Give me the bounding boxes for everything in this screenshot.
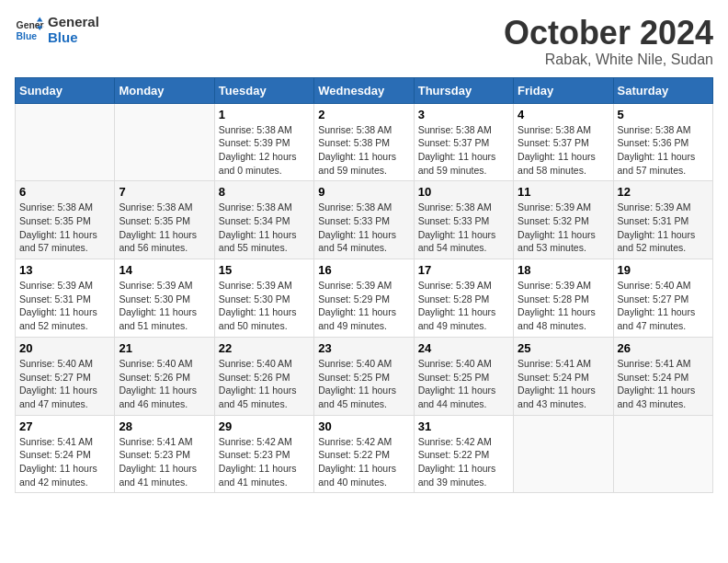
day-number: 6 — [19, 185, 110, 199]
day-info: Sunrise: 5:41 AMSunset: 5:24 PMDaylight:… — [518, 357, 609, 411]
calendar-cell: 6Sunrise: 5:38 AMSunset: 5:35 PMDaylight… — [16, 181, 115, 259]
day-number: 22 — [219, 341, 310, 355]
calendar-cell: 19Sunrise: 5:40 AMSunset: 5:27 PMDayligh… — [613, 259, 712, 338]
calendar-cell: 29Sunrise: 5:42 AMSunset: 5:23 PMDayligh… — [214, 415, 313, 493]
day-number: 17 — [418, 263, 509, 277]
day-info: Sunrise: 5:38 AMSunset: 5:34 PMDaylight:… — [219, 201, 310, 255]
day-info: Sunrise: 5:40 AMSunset: 5:26 PMDaylight:… — [119, 357, 210, 411]
day-info: Sunrise: 5:38 AMSunset: 5:37 PMDaylight:… — [418, 123, 509, 178]
week-row-3: 13Sunrise: 5:39 AMSunset: 5:31 PMDayligh… — [16, 259, 713, 338]
day-number: 3 — [418, 108, 509, 121]
calendar-cell: 27Sunrise: 5:41 AMSunset: 5:24 PMDayligh… — [16, 415, 115, 493]
calendar-cell: 8Sunrise: 5:38 AMSunset: 5:34 PMDaylight… — [214, 181, 313, 259]
calendar-cell: 7Sunrise: 5:38 AMSunset: 5:35 PMDaylight… — [115, 181, 214, 259]
header-day-saturday: Saturday — [613, 77, 712, 103]
day-info: Sunrise: 5:38 AMSunset: 5:33 PMDaylight:… — [418, 201, 509, 255]
calendar-cell: 15Sunrise: 5:39 AMSunset: 5:30 PMDayligh… — [214, 259, 313, 338]
calendar-cell: 2Sunrise: 5:38 AMSunset: 5:38 PMDaylight… — [314, 103, 414, 181]
header-day-wednesday: Wednesday — [314, 77, 414, 103]
header-day-friday: Friday — [514, 77, 613, 103]
svg-text:Blue: Blue — [17, 30, 38, 40]
day-number: 26 — [618, 341, 709, 355]
calendar-cell — [115, 103, 214, 181]
calendar-cell: 5Sunrise: 5:38 AMSunset: 5:36 PMDaylight… — [613, 103, 712, 181]
day-info: Sunrise: 5:38 AMSunset: 5:39 PMDaylight:… — [219, 123, 310, 178]
day-number: 1 — [219, 108, 310, 121]
calendar-cell: 9Sunrise: 5:38 AMSunset: 5:33 PMDaylight… — [314, 181, 414, 259]
day-number: 8 — [219, 185, 310, 199]
day-info: Sunrise: 5:41 AMSunset: 5:24 PMDaylight:… — [19, 435, 110, 489]
calendar-body: 1Sunrise: 5:38 AMSunset: 5:39 PMDaylight… — [16, 103, 713, 493]
day-info: Sunrise: 5:38 AMSunset: 5:36 PMDaylight:… — [618, 123, 709, 178]
calendar-table: SundayMondayTuesdayWednesdayThursdayFrid… — [15, 77, 713, 494]
day-info: Sunrise: 5:39 AMSunset: 5:29 PMDaylight:… — [318, 279, 409, 333]
calendar-cell: 26Sunrise: 5:41 AMSunset: 5:24 PMDayligh… — [613, 337, 712, 415]
day-info: Sunrise: 5:39 AMSunset: 5:32 PMDaylight:… — [518, 201, 609, 255]
day-info: Sunrise: 5:41 AMSunset: 5:24 PMDaylight:… — [618, 357, 709, 411]
day-info: Sunrise: 5:39 AMSunset: 5:28 PMDaylight:… — [518, 279, 609, 333]
day-number: 14 — [119, 263, 210, 277]
calendar-cell: 28Sunrise: 5:41 AMSunset: 5:23 PMDayligh… — [115, 415, 214, 493]
calendar-cell: 1Sunrise: 5:38 AMSunset: 5:39 PMDaylight… — [214, 103, 313, 181]
day-info: Sunrise: 5:38 AMSunset: 5:35 PMDaylight:… — [119, 201, 210, 255]
calendar-cell: 16Sunrise: 5:39 AMSunset: 5:29 PMDayligh… — [314, 259, 414, 338]
logo-blue: Blue — [48, 30, 99, 46]
calendar-cell: 3Sunrise: 5:38 AMSunset: 5:37 PMDaylight… — [414, 103, 513, 181]
logo: General Blue General Blue — [15, 15, 99, 45]
day-info: Sunrise: 5:42 AMSunset: 5:23 PMDaylight:… — [219, 435, 310, 489]
day-info: Sunrise: 5:42 AMSunset: 5:22 PMDaylight:… — [418, 435, 509, 489]
day-number: 30 — [318, 419, 409, 433]
day-number: 12 — [618, 185, 709, 199]
calendar-cell: 18Sunrise: 5:39 AMSunset: 5:28 PMDayligh… — [514, 259, 613, 338]
calendar-cell: 31Sunrise: 5:42 AMSunset: 5:22 PMDayligh… — [414, 415, 513, 493]
calendar-cell: 25Sunrise: 5:41 AMSunset: 5:24 PMDayligh… — [514, 337, 613, 415]
day-info: Sunrise: 5:40 AMSunset: 5:25 PMDaylight:… — [418, 357, 509, 411]
calendar-cell: 24Sunrise: 5:40 AMSunset: 5:25 PMDayligh… — [414, 337, 513, 415]
day-info: Sunrise: 5:39 AMSunset: 5:30 PMDaylight:… — [119, 279, 210, 333]
header-row: SundayMondayTuesdayWednesdayThursdayFrid… — [16, 77, 713, 103]
day-number: 7 — [119, 185, 210, 199]
day-info: Sunrise: 5:38 AMSunset: 5:33 PMDaylight:… — [318, 201, 409, 255]
header-day-sunday: Sunday — [16, 77, 115, 103]
day-number: 4 — [518, 108, 609, 121]
day-number: 24 — [418, 341, 509, 355]
day-number: 28 — [119, 419, 210, 433]
day-info: Sunrise: 5:38 AMSunset: 5:35 PMDaylight:… — [19, 201, 110, 255]
day-info: Sunrise: 5:40 AMSunset: 5:27 PMDaylight:… — [19, 357, 110, 411]
calendar-cell: 20Sunrise: 5:40 AMSunset: 5:27 PMDayligh… — [16, 337, 115, 415]
day-info: Sunrise: 5:38 AMSunset: 5:38 PMDaylight:… — [318, 123, 409, 178]
day-number: 27 — [19, 419, 110, 433]
calendar-cell: 13Sunrise: 5:39 AMSunset: 5:31 PMDayligh… — [16, 259, 115, 338]
day-number: 9 — [318, 185, 409, 199]
header: General Blue General Blue October 2024 R… — [15, 15, 713, 68]
logo-icon: General Blue — [15, 16, 44, 45]
calendar-cell: 23Sunrise: 5:40 AMSunset: 5:25 PMDayligh… — [314, 337, 414, 415]
header-day-thursday: Thursday — [414, 77, 513, 103]
day-number: 29 — [219, 419, 310, 433]
week-row-1: 1Sunrise: 5:38 AMSunset: 5:39 PMDaylight… — [16, 103, 713, 181]
day-info: Sunrise: 5:40 AMSunset: 5:26 PMDaylight:… — [219, 357, 310, 411]
day-info: Sunrise: 5:39 AMSunset: 5:28 PMDaylight:… — [418, 279, 509, 333]
calendar-cell — [514, 415, 613, 493]
week-row-2: 6Sunrise: 5:38 AMSunset: 5:35 PMDaylight… — [16, 181, 713, 259]
day-number: 16 — [318, 263, 409, 277]
day-info: Sunrise: 5:40 AMSunset: 5:27 PMDaylight:… — [618, 279, 709, 333]
day-number: 2 — [318, 108, 409, 121]
month-title: October 2024 — [504, 15, 713, 52]
calendar-cell: 14Sunrise: 5:39 AMSunset: 5:30 PMDayligh… — [115, 259, 214, 338]
day-info: Sunrise: 5:41 AMSunset: 5:23 PMDaylight:… — [119, 435, 210, 489]
location-title: Rabak, White Nile, Sudan — [504, 52, 713, 68]
calendar-cell — [16, 103, 115, 181]
day-number: 20 — [19, 341, 110, 355]
week-row-4: 20Sunrise: 5:40 AMSunset: 5:27 PMDayligh… — [16, 337, 713, 415]
day-number: 5 — [618, 108, 709, 121]
day-info: Sunrise: 5:39 AMSunset: 5:31 PMDaylight:… — [618, 201, 709, 255]
calendar-cell: 22Sunrise: 5:40 AMSunset: 5:26 PMDayligh… — [214, 337, 313, 415]
week-row-5: 27Sunrise: 5:41 AMSunset: 5:24 PMDayligh… — [16, 415, 713, 493]
calendar-cell: 4Sunrise: 5:38 AMSunset: 5:37 PMDaylight… — [514, 103, 613, 181]
logo-general: General — [48, 15, 99, 30]
header-day-tuesday: Tuesday — [214, 77, 313, 103]
day-number: 23 — [318, 341, 409, 355]
calendar-cell: 10Sunrise: 5:38 AMSunset: 5:33 PMDayligh… — [414, 181, 513, 259]
day-number: 21 — [119, 341, 210, 355]
